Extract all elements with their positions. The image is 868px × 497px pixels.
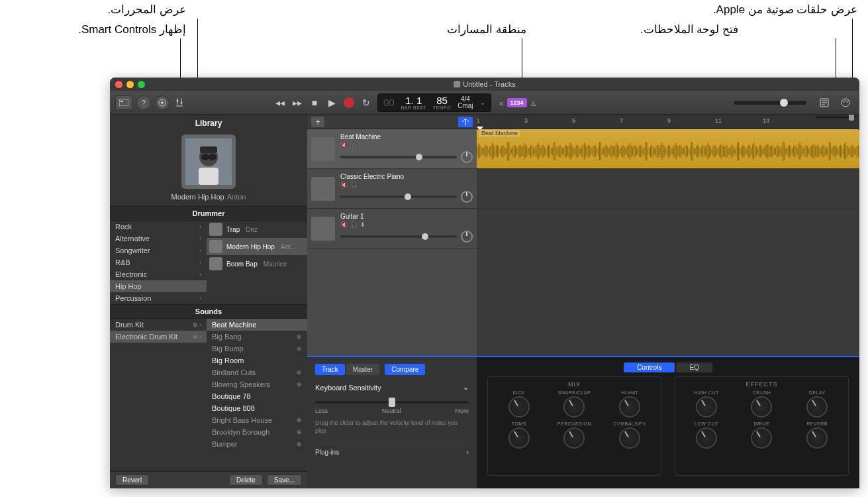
editors-button[interactable] xyxy=(173,95,185,110)
track-lane[interactable] xyxy=(477,209,859,248)
drummer-item[interactable]: TrapDez xyxy=(207,221,307,238)
knob-highcut[interactable] xyxy=(696,396,717,417)
tuner-icon[interactable]: 𝄪 xyxy=(499,97,503,108)
svg-rect-67 xyxy=(540,147,541,155)
record-button[interactable] xyxy=(342,97,356,109)
sound-item[interactable]: Birdland Cuts⊕ xyxy=(207,366,307,378)
genre-item[interactable]: Percussion› xyxy=(110,292,207,304)
delete-button[interactable]: Delete xyxy=(229,474,263,486)
download-icon: ⊕ xyxy=(297,381,302,388)
add-track-button[interactable]: + xyxy=(311,117,324,127)
revert-button[interactable]: Revert xyxy=(115,474,149,486)
count-in-badge[interactable]: 1234 xyxy=(507,98,527,107)
cycle-button[interactable]: ↻ xyxy=(359,97,373,109)
tab-eq[interactable]: EQ xyxy=(676,362,712,372)
track-lane[interactable]: Beat Machine xyxy=(477,129,859,169)
audio-region[interactable]: Beat Machine xyxy=(477,129,859,168)
svg-rect-36 xyxy=(501,146,502,156)
svg-rect-196 xyxy=(705,148,706,155)
sound-category-item[interactable]: Electronic Drum Kit⊕ › xyxy=(110,331,207,343)
sound-item[interactable]: Beat Machine xyxy=(207,319,307,331)
mute-icon[interactable]: 🔇 xyxy=(340,221,348,228)
notepad-button[interactable] xyxy=(816,95,833,110)
sound-item[interactable]: Brooklyn Borough⊕ xyxy=(207,426,307,438)
track-lane[interactable] xyxy=(477,169,859,209)
genre-item[interactable]: Songwriter› xyxy=(110,245,207,256)
sound-item[interactable]: Boutique 808 xyxy=(207,402,307,414)
track-pan-knob[interactable] xyxy=(461,191,473,203)
knob-delay[interactable] xyxy=(806,396,828,417)
tab-controls[interactable]: Controls xyxy=(624,362,675,372)
knob-crush[interactable] xyxy=(751,396,772,417)
metronome-icon[interactable]: ▵ xyxy=(531,97,536,108)
sound-item[interactable]: Bright Bass House⊕ xyxy=(207,414,307,426)
forward-button[interactable]: ▸▸ xyxy=(290,97,305,109)
genre-item[interactable]: Rock› xyxy=(110,221,207,233)
svg-rect-49 xyxy=(518,148,518,155)
close-window-button[interactable] xyxy=(115,81,122,88)
track-pan-knob[interactable] xyxy=(461,151,473,163)
sound-category-item[interactable]: Drum Kit⊕ › xyxy=(110,319,207,331)
zoom-window-button[interactable] xyxy=(138,81,145,88)
knob-snareclap[interactable] xyxy=(563,396,585,417)
knob-lowcut[interactable] xyxy=(696,427,717,449)
quick-help-button[interactable]: ? xyxy=(136,95,151,110)
zoom-slider[interactable] xyxy=(816,116,855,119)
track-pan-knob[interactable] xyxy=(461,231,473,243)
genre-item[interactable]: Electronic› xyxy=(110,268,207,280)
knob-drive[interactable] xyxy=(751,427,772,449)
track-header[interactable]: Guitar 1 🔇 🎧 ⬇ xyxy=(307,209,477,248)
sound-item[interactable]: Big Bang⊕ xyxy=(207,331,307,343)
sound-item[interactable]: Boutique 78 xyxy=(207,390,307,402)
plugins-row[interactable]: Plug-ins › xyxy=(315,443,469,456)
knob-cell: SNARE/CLAP xyxy=(550,390,599,417)
knob-toms[interactable] xyxy=(508,427,530,449)
svg-rect-113 xyxy=(599,142,600,160)
kb-sensitivity-slider[interactable] xyxy=(315,401,469,404)
headphone-icon[interactable]: 🎧 xyxy=(350,221,358,228)
stop-button[interactable]: ■ xyxy=(307,97,322,109)
track-volume-slider[interactable] xyxy=(340,195,457,198)
track-volume-slider[interactable] xyxy=(340,156,457,158)
drummer-item[interactable]: Modern Hip HopAnt... xyxy=(207,238,307,255)
tab-compare[interactable]: Compare xyxy=(385,364,425,375)
mute-icon[interactable]: 🔇 xyxy=(340,142,348,148)
apple-loops-button[interactable] xyxy=(837,95,854,110)
tab-track[interactable]: Track xyxy=(315,364,345,375)
svg-rect-117 xyxy=(604,146,605,156)
knob-cymbalsfx[interactable] xyxy=(619,427,640,449)
track-header[interactable]: Classic Electric Piano 🔇 🎧 xyxy=(307,169,477,209)
sound-item[interactable]: Bumper⊕ xyxy=(207,438,307,450)
genre-item[interactable]: R&B› xyxy=(110,256,207,268)
save-button[interactable]: Save... xyxy=(267,474,302,486)
knob-percussion[interactable] xyxy=(563,427,585,449)
knob-hihat[interactable] xyxy=(619,396,640,417)
rewind-button[interactable]: ◂◂ xyxy=(273,97,287,109)
headphone-icon[interactable]: 🎧 xyxy=(350,182,358,188)
sound-item[interactable]: Big Room xyxy=(207,355,307,366)
track-filter-button[interactable] xyxy=(458,117,473,127)
knob-reverb[interactable] xyxy=(806,427,828,449)
master-volume-slider[interactable] xyxy=(734,101,806,105)
genre-item[interactable]: Hip Hop› xyxy=(110,280,207,292)
tab-master[interactable]: Master xyxy=(346,364,380,375)
play-button[interactable]: ▶ xyxy=(324,97,339,109)
sound-item[interactable]: Big Bump⊕ xyxy=(207,343,307,355)
smart-controls-button[interactable] xyxy=(155,95,169,110)
kb-sensitivity-title[interactable]: Keyboard Sensitivity ⌄ xyxy=(315,383,469,392)
timeline-ruler[interactable]: 135791113 xyxy=(477,115,859,129)
track-volume-slider[interactable] xyxy=(340,235,457,238)
mute-icon[interactable]: 🔇 xyxy=(340,182,348,188)
svg-rect-152 xyxy=(649,148,650,154)
track-header[interactable]: Beat Machine 🔇 🎧 xyxy=(307,129,477,169)
sound-item[interactable]: Blowing Speakers⊕ xyxy=(207,378,307,390)
knob-kick[interactable] xyxy=(508,396,530,417)
minimize-window-button[interactable] xyxy=(126,81,134,88)
drummer-item[interactable]: Boom BapMaurice xyxy=(207,255,307,272)
input-icon[interactable]: ⬇ xyxy=(360,221,365,228)
genre-item[interactable]: Alternative› xyxy=(110,233,207,245)
lcd-display[interactable]: 00 1. 1 BAR BEAT 85 TEMPO 4/4 Cmaj ⌄ xyxy=(377,93,491,112)
library-button[interactable] xyxy=(115,95,132,110)
headphone-icon[interactable]: 🎧 xyxy=(350,142,358,148)
arrangement-area[interactable]: 135791113 Beat Machine xyxy=(477,115,859,356)
